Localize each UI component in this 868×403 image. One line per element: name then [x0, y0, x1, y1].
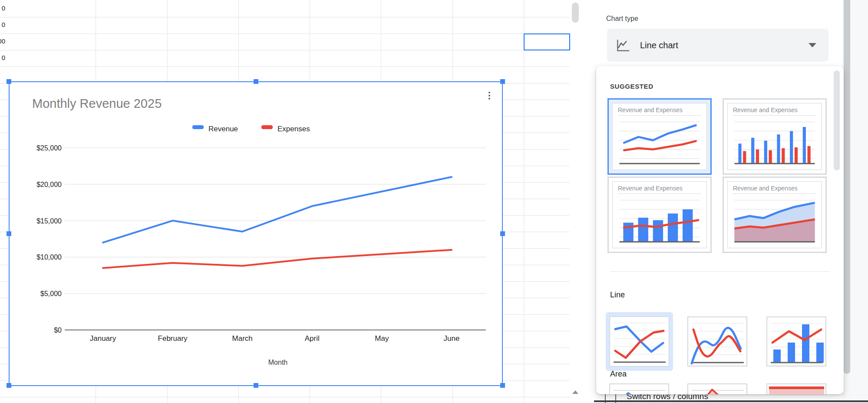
- suggested-card-combo[interactable]: Revenue and Expenses: [607, 177, 712, 253]
- resize-handle-top-left[interactable]: [7, 79, 11, 84]
- clipped-cell-value: 0: [0, 20, 5, 30]
- line-chart-thumb: [610, 316, 669, 366]
- svg-text:$25,000: $25,000: [36, 144, 62, 152]
- clipped-cell-value: 0: [0, 3, 5, 13]
- line-chart-icon: [615, 37, 631, 53]
- mini-chart-title: Revenue and Expenses: [733, 107, 816, 116]
- resize-handle-bottom-center[interactable]: [254, 383, 258, 388]
- line-section-label: Line: [610, 290, 625, 300]
- suggested-card-column[interactable]: Revenue and Expenses: [723, 98, 827, 175]
- area-thumb-1-icon: [610, 384, 669, 394]
- sheet-scroll-arrow-icon[interactable]: [572, 390, 578, 394]
- resize-handle-top-center[interactable]: [254, 79, 258, 84]
- suggested-section-label: SUGGESTED: [610, 83, 653, 90]
- chevron-down-icon: [809, 43, 816, 47]
- area-thumb-1[interactable]: [609, 383, 669, 394]
- mini-line-chart: [617, 117, 702, 166]
- area-section-label: Area: [610, 370, 627, 379]
- area-thumb-2-icon: [688, 384, 747, 394]
- resize-handle-mid-right[interactable]: [500, 231, 505, 236]
- mini-chart-title: Revenue and Expenses: [733, 185, 816, 194]
- chart-type-label: Chart type: [606, 15, 638, 23]
- area-thumb-3[interactable]: [766, 383, 826, 394]
- svg-text:$15,000: $15,000: [36, 217, 62, 225]
- svg-text:Monthly Revenue 2025: Monthly Revenue 2025: [32, 97, 162, 110]
- popup-scrollbar-thumb[interactable]: [834, 70, 840, 170]
- area-thumb-3-icon: [767, 384, 826, 394]
- svg-text:January: January: [90, 334, 116, 343]
- svg-text:$20,000: $20,000: [36, 181, 62, 188]
- svg-text:May: May: [375, 334, 389, 343]
- smooth-line-thumb-icon: [688, 317, 747, 366]
- sheets-chart-editor-screen: 0 0 00 0 $0$5,000$10,000$15,000$20,000$2…: [0, 0, 868, 403]
- combo-thumb[interactable]: [766, 316, 826, 366]
- svg-text:April: April: [305, 334, 320, 343]
- chart-more-options-icon[interactable]: [485, 90, 493, 101]
- area-thumb-2[interactable]: [687, 383, 747, 394]
- svg-text:February: February: [158, 334, 188, 343]
- chart-type-dropdown[interactable]: Line chart: [607, 29, 828, 62]
- resize-handle-top-right[interactable]: [500, 79, 505, 84]
- svg-text:Month: Month: [268, 359, 287, 366]
- chart-type-value: Line chart: [640, 40, 678, 50]
- mini-column-chart: [732, 117, 817, 166]
- svg-text:Expenses: Expenses: [277, 125, 310, 133]
- svg-text:March: March: [232, 334, 253, 343]
- svg-text:Revenue: Revenue: [208, 125, 238, 133]
- bottom-edge-line: [594, 400, 868, 402]
- clipped-cell-value: 0: [0, 53, 5, 63]
- smooth-line-thumb[interactable]: [687, 316, 747, 366]
- suggested-card-line[interactable]: Revenue and Expenses: [607, 98, 712, 175]
- sheet-scrollbar-thumb[interactable]: [572, 3, 579, 23]
- mini-chart-title: Revenue and Expenses: [618, 107, 701, 116]
- combo-thumb-icon: [767, 317, 826, 366]
- resize-handle-bottom-left[interactable]: [7, 383, 11, 388]
- panel-scrollbar-thumb[interactable]: [844, 0, 850, 374]
- section-divider: [610, 271, 830, 272]
- revenue-expenses-line-chart: $0$5,000$10,000$15,000$20,000$25,000Janu…: [10, 82, 502, 385]
- line-thumb-selected[interactable]: [606, 312, 673, 371]
- clipped-cell-value: 00: [0, 37, 5, 46]
- resize-handle-mid-left[interactable]: [7, 231, 11, 236]
- embedded-chart[interactable]: $0$5,000$10,000$15,000$20,000$25,000Janu…: [9, 81, 503, 386]
- line-thumb-icon: [610, 317, 669, 366]
- resize-handle-bottom-right[interactable]: [500, 383, 505, 388]
- mini-area-chart: [732, 195, 817, 244]
- svg-text:$10,000: $10,000: [36, 253, 62, 261]
- selected-cell[interactable]: [524, 33, 570, 50]
- mini-combo-chart: [617, 195, 702, 244]
- svg-text:$0: $0: [54, 326, 62, 334]
- chart-type-popup: SUGGESTED Revenue and Expenses: [596, 66, 844, 394]
- suggested-card-area[interactable]: Revenue and Expenses: [723, 177, 827, 253]
- svg-text:$5,000: $5,000: [40, 290, 62, 297]
- svg-text:June: June: [444, 334, 460, 343]
- mini-chart-title: Revenue and Expenses: [618, 185, 701, 194]
